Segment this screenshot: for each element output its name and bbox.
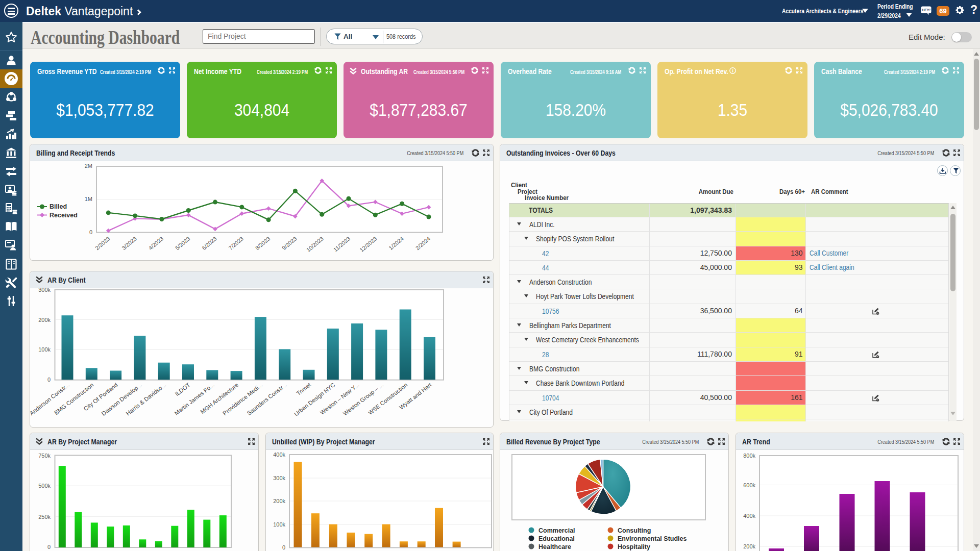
svg-text:Weston Group – ...: Weston Group – ... <box>342 382 384 417</box>
svg-text:Trimet: Trimet <box>296 382 312 397</box>
svg-text:Environmental Studies: Environmental Studies <box>618 535 687 542</box>
svg-text:250k: 250k <box>38 514 51 520</box>
svg-text:Hospitality: Hospitality <box>618 543 650 550</box>
svg-text:300k: 300k <box>273 475 285 481</box>
svg-text:Urban Design NYC: Urban Design NYC <box>293 382 336 417</box>
svg-text:Healthcare: Healthcare <box>538 543 571 550</box>
svg-text:Received: Received <box>50 212 78 219</box>
svg-text:600k: 600k <box>743 482 755 488</box>
svg-text:Consulting: Consulting <box>618 527 651 534</box>
svg-text:ILDOT: ILDOT <box>174 382 191 397</box>
svg-text:500k: 500k <box>38 483 51 489</box>
svg-text:2/2024: 2/2024 <box>414 235 431 251</box>
svg-text:0: 0 <box>47 377 51 383</box>
svg-text:200k: 200k <box>38 317 51 323</box>
svg-text:8/2023: 8/2023 <box>254 235 271 251</box>
svg-text:10/2023: 10/2023 <box>305 235 325 253</box>
svg-text:0: 0 <box>47 544 51 550</box>
svg-text:800k: 800k <box>743 453 755 459</box>
svg-text:Commercial: Commercial <box>538 527 575 534</box>
svg-text:7/2023: 7/2023 <box>228 235 244 251</box>
svg-text:200k: 200k <box>743 543 755 549</box>
svg-text:200k: 200k <box>273 498 285 504</box>
svg-text:Educational: Educational <box>538 535 575 542</box>
svg-text:BMG Construction: BMG Construction <box>53 382 94 416</box>
svg-text:4/2023: 4/2023 <box>148 235 164 251</box>
svg-text:300k: 300k <box>38 287 51 293</box>
svg-text:Harris & Davidso...: Harris & Davidso... <box>125 382 167 416</box>
svg-text:Dawson Develop...: Dawson Develop... <box>101 382 143 417</box>
svg-text:0: 0 <box>282 544 285 550</box>
svg-text:1M: 1M <box>85 196 92 202</box>
svg-text:Billed: Billed <box>50 203 67 210</box>
svg-text:WSE Construction: WSE Construction <box>367 382 408 416</box>
svg-text:100k: 100k <box>273 521 285 528</box>
svg-text:400k: 400k <box>743 513 755 519</box>
svg-text:Martin James Fo...: Martin James Fo... <box>174 382 215 416</box>
svg-text:HEY!: HEY! <box>922 8 930 12</box>
svg-text:3/2023: 3/2023 <box>120 235 137 251</box>
svg-text:1/2024: 1/2024 <box>387 235 404 251</box>
svg-text:Saunders Constr...: Saunders Constr... <box>246 382 287 416</box>
svg-text:100k: 100k <box>38 346 51 353</box>
svg-text:0: 0 <box>89 229 92 235</box>
svg-text:11/2023: 11/2023 <box>332 235 352 253</box>
svg-text:750k: 750k <box>38 453 51 459</box>
svg-text:9/2023: 9/2023 <box>281 235 298 251</box>
svg-text:Anderson Constr...: Anderson Constr... <box>29 382 70 416</box>
svg-text:2M: 2M <box>85 163 92 169</box>
svg-text:12/2023: 12/2023 <box>358 235 378 253</box>
svg-text:Providence Medi...: Providence Medi... <box>222 382 263 416</box>
svg-text:6/2023: 6/2023 <box>201 235 217 251</box>
svg-text:400k: 400k <box>273 452 285 458</box>
svg-text:5/2023: 5/2023 <box>174 235 191 251</box>
svg-text:2/2023: 2/2023 <box>94 235 111 251</box>
